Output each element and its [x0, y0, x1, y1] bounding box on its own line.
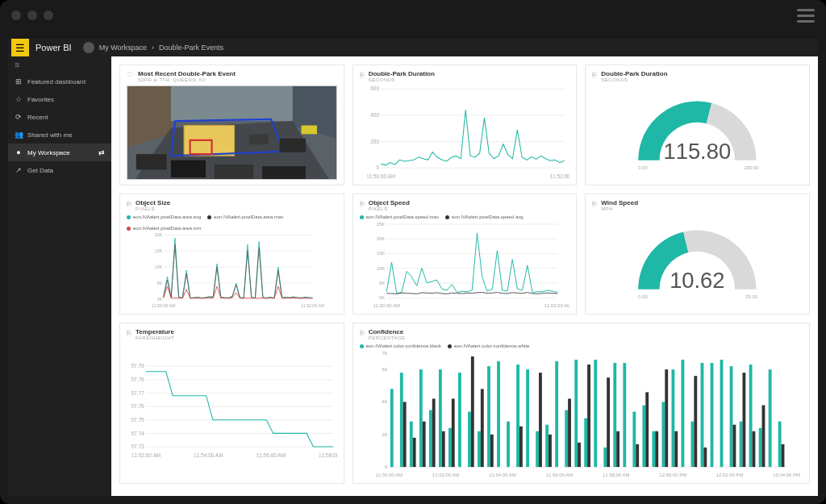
svg-rect-115: [584, 419, 587, 467]
sidebar-item-get-data[interactable]: ↗Get Data: [8, 161, 111, 179]
pin-icon: ⎘: [360, 71, 364, 79]
duration-gauge: 115.800.00200.00: [592, 85, 803, 180]
svg-text:11:56:00 AM: 11:56:00 AM: [545, 473, 572, 477]
pin-icon: ⎘: [127, 200, 131, 208]
svg-rect-108: [545, 425, 549, 467]
breadcrumb: My Workspace › Double-Park Events: [83, 42, 223, 53]
svg-rect-99: [487, 366, 490, 467]
svg-text:15K: 15K: [376, 251, 385, 256]
svg-rect-88: [429, 410, 432, 468]
sidebar-item-shared-with-me[interactable]: 👥Shared with me: [8, 126, 111, 144]
svg-rect-101: [497, 361, 500, 467]
object-speed-chart: 0K5K10K15K20K25K11:50:00 AM11:52:00 AM: [360, 221, 570, 309]
svg-rect-139: [720, 360, 723, 467]
svg-rect-118: [603, 448, 607, 467]
svg-text:20K: 20K: [155, 232, 163, 237]
sidebar-icon: ⟳: [15, 113, 23, 121]
pin-icon: ⎘: [592, 200, 596, 208]
svg-text:0: 0: [385, 464, 388, 469]
tile-subtitle: SECONDS: [369, 77, 435, 82]
svg-rect-90: [439, 369, 442, 467]
app-logo-icon[interactable]: ☰: [11, 39, 29, 56]
breadcrumb-workspace[interactable]: My Workspace: [99, 44, 147, 52]
svg-text:11:52:00 AM: 11:52:00 AM: [432, 473, 459, 477]
chevron-icon: ⇄: [98, 148, 105, 156]
svg-rect-145: [752, 431, 755, 467]
sidebar-item-label: Recent: [27, 114, 48, 121]
app-title: Power BI: [35, 43, 72, 52]
svg-rect-94: [458, 373, 461, 467]
sidebar-item-label: Favorites: [27, 96, 54, 103]
svg-rect-9: [280, 139, 306, 152]
tile-duration-gauge[interactable]: ⎘ Double-Park Duration SECONDS 115.800.0…: [585, 65, 810, 185]
svg-rect-126: [645, 392, 649, 467]
breadcrumb-page[interactable]: Double-Park Events: [159, 44, 223, 52]
tile-object-size[interactable]: ⎘ Object Size PIXELS eon.IVAalert.pixelD…: [119, 194, 344, 314]
svg-rect-127: [652, 431, 655, 467]
sidebar-item-featured-dashboard[interactable]: ⊞Featured dashboard: [8, 73, 111, 90]
tile-temperature[interactable]: ⎘ Temperature FARENHEIGHT 57.7357.7457.7…: [119, 323, 344, 484]
browser-menu-icon[interactable]: [797, 9, 815, 23]
sidebar: ≡ ⊞Featured dashboard☆Favorites⟳Recent👥S…: [8, 56, 111, 496]
svg-text:0.00: 0.00: [639, 294, 649, 299]
tile-subtitle: PIXELS: [369, 206, 410, 211]
window-minimize[interactable]: [27, 10, 37, 20]
svg-rect-85: [412, 438, 415, 467]
svg-rect-87: [422, 422, 425, 467]
svg-rect-107: [539, 373, 542, 467]
svg-text:400: 400: [370, 112, 379, 118]
svg-rect-84: [410, 422, 413, 467]
sidebar-item-label: Featured dashboard: [27, 78, 86, 85]
tile-most-recent-event[interactable]: ♡ Most Recent Double-Park Event 53RD & 7…: [119, 65, 344, 185]
svg-rect-98: [481, 389, 484, 467]
tile-duration-line[interactable]: ⎘ Double-Park Duration SECONDS 020040060…: [353, 65, 578, 185]
svg-rect-143: [742, 373, 745, 467]
svg-rect-8: [249, 134, 269, 144]
svg-rect-82: [400, 373, 403, 467]
sidebar-toggle[interactable]: ≡: [8, 56, 111, 73]
svg-rect-140: [729, 366, 732, 467]
svg-rect-89: [432, 398, 435, 467]
tile-title: Most Recent Double-Park Event: [138, 70, 236, 77]
sidebar-item-recent[interactable]: ⟳Recent: [8, 108, 111, 126]
tile-title: Double-Park Duration: [601, 70, 667, 77]
svg-rect-93: [451, 398, 454, 467]
svg-rect-120: [613, 363, 616, 467]
pin-icon: ⎘: [360, 200, 364, 208]
svg-rect-150: [781, 444, 784, 467]
svg-rect-137: [703, 448, 707, 467]
svg-text:5K: 5K: [379, 281, 385, 285]
svg-rect-96: [471, 356, 474, 467]
window-controls: [11, 10, 53, 20]
tile-title: Wind Speed: [601, 199, 638, 206]
tile-subtitle: SECONDS: [601, 77, 667, 82]
svg-text:57.78: 57.78: [131, 377, 144, 382]
window-close[interactable]: [11, 10, 21, 20]
svg-text:57.76: 57.76: [131, 403, 144, 409]
svg-rect-146: [758, 428, 761, 467]
svg-text:11:56:00 AM: 11:56:00 AM: [257, 452, 286, 458]
tile-subtitle: PIXELS: [136, 206, 170, 211]
svg-rect-95: [468, 412, 471, 468]
tile-object-speed[interactable]: ⎘ Object Speed PIXELS eon.IVAalert.pixel…: [353, 194, 578, 314]
svg-text:11:52:00 AM: 11:52:00 AM: [544, 303, 569, 308]
sidebar-item-favorites[interactable]: ☆Favorites: [8, 90, 111, 108]
svg-rect-112: [568, 398, 571, 467]
svg-text:20K: 20K: [376, 236, 385, 241]
svg-text:11:52:00 AM: 11:52:00 AM: [549, 173, 569, 179]
svg-rect-81: [390, 389, 394, 467]
svg-rect-106: [536, 431, 539, 467]
svg-rect-10: [136, 154, 167, 169]
tile-wind-speed[interactable]: ⎘ Wind Speed MPH 10.620.0025.00: [585, 194, 810, 314]
svg-text:11:50:00 AM: 11:50:00 AM: [366, 173, 395, 179]
svg-rect-121: [616, 431, 620, 467]
svg-text:15K: 15K: [155, 248, 163, 253]
sidebar-item-my-workspace[interactable]: ●My Workspace⇄: [8, 144, 111, 161]
window-maximize[interactable]: [44, 10, 53, 20]
svg-rect-13: [262, 166, 306, 180]
svg-text:40: 40: [382, 399, 387, 404]
svg-text:20: 20: [382, 432, 387, 437]
pin-icon: ⎘: [360, 329, 364, 337]
tile-confidence[interactable]: ⎘ Confidence PERCENTAGE eon.IVAalert.col…: [353, 323, 810, 484]
svg-rect-147: [761, 405, 765, 467]
